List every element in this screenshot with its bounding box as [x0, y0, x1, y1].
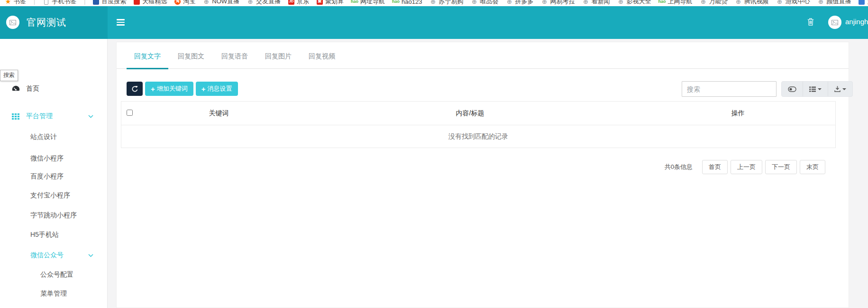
tab-reply-imagetext[interactable]: 回复图文	[170, 42, 212, 69]
bookmark-label: 网址导航	[360, 0, 385, 6]
bookmark-item[interactable]: 手机书签	[43, 0, 76, 6]
content-panel: 回复文字 回复图文 回复语音 回复图片 回复视频 + 增加关键词 + 消息设置	[116, 42, 849, 308]
dashboard-icon	[12, 85, 20, 93]
bookmark-item[interactable]: hao上网导航	[658, 0, 692, 6]
screen: ★书签| 手机书签| 百度搜索 天猫精选 淘淘宝 ⊕NOW直播 ⊕交友直播 JD…	[0, 0, 868, 308]
sidebar-item-label: 微信公众号	[30, 251, 64, 260]
globe-icon: ⊕	[541, 0, 548, 5]
tmall-icon	[134, 0, 140, 5]
table-toolbar-right	[682, 81, 853, 97]
add-keyword-button[interactable]: + 增加关键词	[145, 82, 193, 96]
bookmark-item[interactable]: haohao123	[393, 0, 422, 5]
toolbar: + 增加关键词 + 消息设置	[127, 82, 238, 96]
app-title: 官网测试	[27, 16, 66, 29]
next-page-button[interactable]: 下一页	[765, 160, 797, 174]
bookmark-item[interactable]: ⊕NOW直播	[203, 0, 239, 6]
sidebar-item-label: 首页	[26, 84, 39, 93]
bookmark-item[interactable]: ⊕苏宁易购	[429, 0, 463, 6]
sidebar-item-wechat-miniprogram[interactable]: 微信小程序	[0, 152, 107, 165]
sidebar-item-account-config[interactable]: 公众号配置	[0, 268, 107, 281]
search-input[interactable]	[682, 81, 777, 97]
tab-reply-text[interactable]: 回复文字	[127, 42, 168, 69]
first-page-button[interactable]: 首页	[702, 160, 728, 174]
sidebar-item-alipay-miniprogram[interactable]: 支付宝小程序	[0, 189, 107, 202]
empty-row: 没有找到匹配的记录	[121, 125, 836, 148]
bookmark-item[interactable]: ⊕拼多多	[506, 0, 533, 6]
sidebar-item-label: 字节跳动小程序	[30, 211, 77, 220]
bookmark-label: 交友直播	[256, 0, 281, 6]
bookmark-item[interactable]: ⊕唯品会	[471, 0, 498, 6]
pagination-info: 共0条信息	[665, 163, 693, 171]
bookmark-item[interactable]: ⊕网易考拉	[541, 0, 575, 6]
tab-reply-voice[interactable]: 回复语音	[214, 42, 256, 69]
bookmark-item[interactable]: 淘淘宝	[174, 0, 195, 6]
app-header: 官网测试 anjingh	[0, 6, 868, 39]
bookmark-label: 影视大全	[626, 0, 651, 6]
columns-button[interactable]	[803, 82, 828, 96]
empty-state-text: 没有找到匹配的记录	[121, 125, 836, 148]
bookmark-item[interactable]: 超级名片	[859, 0, 868, 6]
bookmark-label: 唯品会	[480, 0, 498, 6]
plus-icon: +	[151, 85, 155, 93]
trash-icon[interactable]	[807, 18, 814, 28]
refresh-icon	[132, 86, 138, 92]
username[interactable]: anjingh	[845, 18, 868, 26]
bookmark-label: 游戏中心	[785, 0, 810, 6]
add-keyword-label: 增加关键词	[157, 84, 188, 93]
bookmark-item[interactable]: ★书签	[5, 0, 26, 6]
sidebar-item-baidu-miniprogram[interactable]: 百度小程序	[0, 170, 107, 183]
bookmark-item[interactable]: ⊕颜值直播	[817, 0, 851, 6]
bookmark-label: 百度搜索	[101, 0, 126, 6]
grid-icon	[12, 113, 19, 120]
bookmark-item[interactable]: hao网址导航	[351, 0, 385, 6]
juhuasuan-icon: 聚	[317, 0, 323, 5]
toggle-view-button[interactable]	[782, 82, 803, 96]
hao-icon: hao	[351, 0, 358, 5]
bookmark-item[interactable]: ⊕影视大全	[617, 0, 651, 6]
globe-icon: ⊕	[617, 0, 624, 5]
bookmark-item[interactable]: ⊕看新闻	[582, 0, 610, 6]
globe-icon: ⊕	[817, 0, 824, 5]
brand[interactable]: 官网测试	[0, 6, 108, 39]
bookmark-label: 书签	[14, 0, 26, 6]
tab-reply-image[interactable]: 回复图片	[257, 42, 299, 69]
globe-icon: ⊕	[203, 0, 210, 5]
bookmark-item[interactable]: 聚聚划算	[317, 0, 344, 6]
bookmark-item[interactable]: ⊕交友直播	[247, 0, 281, 6]
chevron-down-icon	[88, 115, 93, 118]
bookmark-item[interactable]: 天猫精选	[134, 0, 167, 6]
sidebar-item-bytedance-miniprogram[interactable]: 字节跳动小程序	[0, 209, 107, 222]
sidebar-item-site-design[interactable]: 站点设计	[0, 131, 107, 144]
table-tools	[781, 81, 853, 97]
bookmark-item[interactable]: JD京东	[288, 0, 309, 6]
bookmark-label: 网易考拉	[550, 0, 575, 6]
message-setting-button[interactable]: + 消息设置	[196, 82, 238, 96]
caret-down-icon	[842, 88, 846, 90]
hao-icon: hao	[393, 0, 399, 5]
sidebar-item-h5-mobile-site[interactable]: H5手机站	[0, 228, 107, 242]
sidebar-item-home[interactable]: 首页	[0, 82, 107, 95]
search-tooltip: 搜索	[0, 70, 18, 81]
bookmark-item[interactable]: ⊕腾讯视频	[735, 0, 768, 6]
bookmark-item[interactable]: 百度搜索	[93, 0, 126, 6]
prev-page-button[interactable]: 上一页	[731, 160, 762, 174]
tab-reply-video[interactable]: 回复视频	[301, 42, 343, 69]
sidebar-toggle-button[interactable]	[117, 18, 128, 27]
bookmark-item[interactable]: ⊕游戏中心	[776, 0, 810, 6]
logo-avatar	[6, 16, 19, 29]
refresh-button[interactable]	[127, 82, 143, 96]
columns-icon	[809, 86, 816, 92]
select-all-checkbox[interactable]	[127, 110, 133, 116]
sidebar-item-menu-management[interactable]: 菜单管理	[0, 287, 107, 300]
last-page-button[interactable]: 末页	[800, 160, 825, 174]
globe-icon: ⊕	[776, 0, 783, 5]
pagination: 共0条信息 首页 上一页 下一页 末页	[665, 160, 825, 174]
bookmark-item[interactable]: ⊕万能贷	[700, 0, 727, 6]
export-button[interactable]	[828, 82, 852, 96]
sidebar-item-wechat-official-account[interactable]: 微信公众号	[0, 249, 107, 262]
taobao-icon: 淘	[174, 0, 181, 5]
user-avatar[interactable]	[828, 16, 841, 29]
sidebar-item-label: 微信小程序	[30, 154, 64, 163]
sidebar-item-platform-management[interactable]: 平台管理	[0, 110, 107, 123]
plus-icon: +	[201, 85, 206, 93]
